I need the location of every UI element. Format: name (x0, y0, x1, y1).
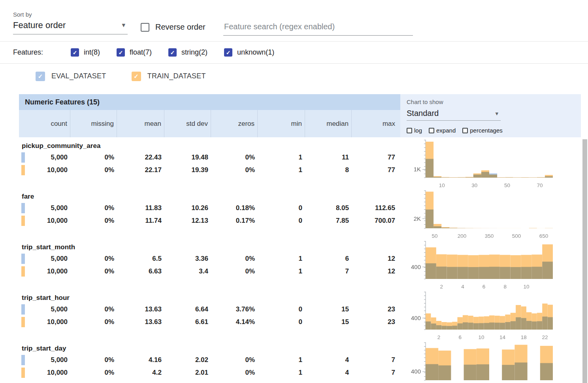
stat-value: 2.02 (195, 356, 208, 364)
stat-cell-max: 700.07 (352, 217, 398, 225)
chart-panel-header: Chart to show Standard ▾ logexpandpercen… (400, 94, 581, 137)
stat-value: 0 (299, 318, 302, 326)
x-axis-tick-label: 22 (542, 334, 548, 340)
sort-by-group: Sort by Feature order ▾ (13, 11, 128, 34)
stat-value: 5,000 (51, 305, 68, 313)
checkbox-checked-icon[interactable]: ✓ (132, 72, 141, 81)
dataset-color-swatch (21, 152, 25, 163)
checkbox-empty-icon[interactable] (429, 128, 434, 133)
dataset-toggle-eval-dataset[interactable]: ✓EVAL_DATASET (36, 72, 106, 81)
checkbox-checked-icon[interactable]: ✓ (168, 48, 177, 57)
stat-value: 6.63 (149, 267, 162, 275)
feature-type-filter-string-2[interactable]: ✓string(2) (168, 48, 207, 57)
feature-type-filter-row: Features: ✓int(8)✓float(7)✓string(2)✓unk… (0, 42, 588, 64)
stat-value: 6.64 (195, 305, 208, 313)
chart-option-expand[interactable]: expand (429, 127, 456, 134)
stat-value: 7 (392, 369, 395, 376)
numeric-features-header[interactable]: Numeric Features (15) (19, 94, 400, 110)
stat-value: 0.17% (236, 217, 255, 224)
feature-histogram-trip-start-day[interactable]: 400 (403, 342, 563, 383)
chevron-down-icon: ▾ (122, 21, 125, 29)
dataset-color-swatch (21, 203, 25, 213)
column-header-min: min (258, 110, 305, 137)
series-eval-dataset (426, 159, 553, 178)
feature-chart-trip-start-day[interactable]: 400 (400, 342, 581, 383)
stat-row-eval-dataset: 5,0000%4.162.020%147 (19, 354, 400, 366)
stat-cell-zeros: 3.76% (211, 305, 258, 313)
reverse-order-checkbox[interactable] (141, 23, 149, 32)
scrollbar-track[interactable] (582, 0, 588, 383)
stat-cell-max: 12 (352, 255, 398, 263)
stat-cell-min: 1 (258, 267, 305, 275)
dataset-color-swatch (21, 304, 25, 315)
stat-value: 0 (299, 305, 302, 313)
feature-type-filter-unknown-1[interactable]: ✓unknown(1) (224, 48, 274, 57)
stat-cell-missing: 0% (70, 166, 117, 174)
feature-name: trip_start_hour (19, 292, 400, 303)
stat-row-train-dataset: 10,0000%13.636.614.14%01523 (19, 316, 400, 328)
stat-cell-mean: 4.2 (117, 369, 164, 377)
checkbox-checked-icon[interactable]: ✓ (36, 72, 45, 81)
stat-value: 15 (341, 305, 349, 313)
stat-value: 3.36 (195, 255, 208, 262)
stat-cell-missing: 0% (70, 318, 117, 326)
sort-by-value: Feature order (13, 20, 66, 30)
stat-value: 6 (345, 255, 349, 262)
stat-cell-median: 6 (305, 255, 352, 263)
stat-cell-mean: 6.5 (117, 255, 164, 263)
feature-block-fare: fare5,0000%11.8310.260.18%08.05112.6510,… (19, 190, 588, 241)
feature-chart-trip-start-month[interactable]: 400246810 (400, 241, 581, 291)
feature-chart-trip-start-hour[interactable]: 4002610141822 (400, 291, 581, 342)
feature-search-input[interactable] (223, 21, 413, 36)
dataset-toggle-train-dataset[interactable]: ✓TRAIN_DATASET (132, 72, 206, 81)
stat-value: 0% (245, 267, 255, 275)
feature-histogram-trip-start-month[interactable]: 400246810 (403, 241, 563, 291)
column-header-missing: missing (70, 110, 117, 137)
stat-value: 0% (104, 204, 114, 212)
feature-histogram-trip-start-hour[interactable]: 4002610141822 (403, 291, 563, 342)
stat-value: 0% (245, 166, 255, 174)
feature-type-label: unknown(1) (237, 48, 274, 57)
checkbox-empty-icon[interactable] (407, 128, 412, 133)
dataset-color-swatch (21, 266, 25, 277)
dataset-color-swatch (21, 317, 25, 327)
scrollbar-thumb[interactable] (582, 139, 587, 383)
feature-name: fare (19, 191, 400, 202)
chart-type-select[interactable]: Standard ▾ (407, 108, 501, 121)
stat-cell-max: 12 (352, 267, 398, 275)
stat-value: 5,000 (51, 154, 68, 161)
feature-block-pickup-community-area: pickup_community_area5,0000%22.4319.480%… (19, 139, 588, 190)
stat-cell-max: 77 (352, 166, 398, 174)
dataset-color-swatch (21, 165, 25, 175)
stat-cell-std-dev: 6.64 (164, 305, 211, 313)
feature-chart-fare[interactable]: 2K50200350500650 (400, 190, 581, 241)
feature-histogram-pickup-community-area[interactable]: 1K10305070 (403, 139, 563, 190)
chart-options: logexpandpercentages (407, 127, 503, 134)
x-axis-tick-label: 10 (523, 284, 529, 290)
chart-option-log[interactable]: log (407, 127, 422, 134)
sort-by-select[interactable]: Feature order ▾ (13, 19, 128, 34)
feature-type-filter-int-8[interactable]: ✓int(8) (71, 48, 100, 57)
reverse-order-toggle[interactable]: Reverse order (141, 23, 205, 32)
chart-option-percentages[interactable]: percentages (462, 127, 503, 134)
stat-row-train-dataset: 10,0000%11.7412.130.17%07.85700.07 (19, 214, 400, 227)
column-header-count: count (19, 110, 70, 137)
checkbox-checked-icon[interactable]: ✓ (117, 48, 125, 57)
feature-chart-pickup-community-area[interactable]: 1K10305070 (400, 139, 581, 190)
x-axis-tick-label: 6 (458, 334, 462, 340)
x-axis-tick-label: 4 (461, 284, 464, 290)
x-axis-tick-label: 2 (440, 284, 443, 290)
stat-cell-std-dev: 19.48 (164, 154, 211, 161)
feature-type-label: string(2) (181, 48, 207, 57)
checkbox-checked-icon[interactable]: ✓ (224, 48, 232, 57)
checkbox-checked-icon[interactable]: ✓ (71, 48, 79, 57)
feature-type-filter-float-7[interactable]: ✓float(7) (117, 48, 152, 57)
x-axis-tick-label: 70 (537, 182, 543, 188)
stat-cell-zeros: 0% (211, 369, 258, 377)
checkbox-empty-icon[interactable] (462, 128, 468, 133)
stat-cell-std-dev: 19.39 (164, 166, 211, 174)
stat-value: 5,000 (51, 356, 68, 364)
feature-histogram-fare[interactable]: 2K50200350500650 (403, 190, 563, 241)
stat-cell-median: 11 (305, 154, 352, 161)
x-axis-tick-label: 350 (485, 233, 494, 239)
